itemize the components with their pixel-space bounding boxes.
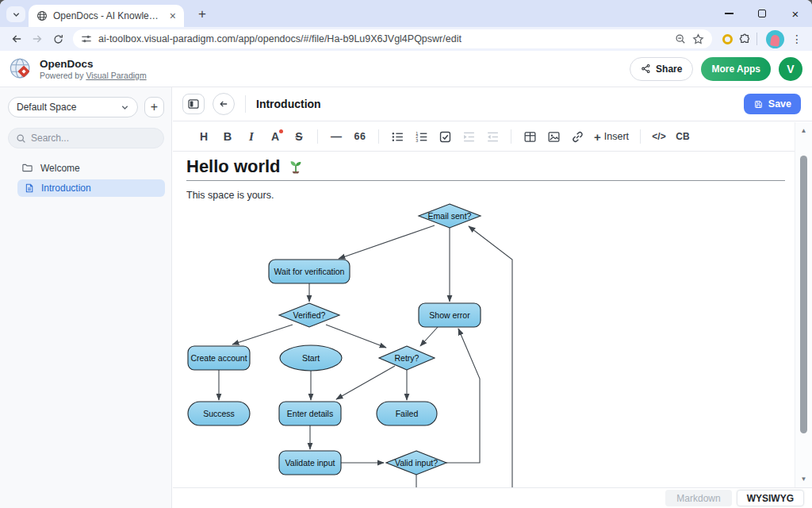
insert-label: Insert [604, 131, 629, 142]
search-input[interactable] [31, 133, 126, 144]
extension-ring-icon[interactable] [722, 34, 733, 44]
insert-button[interactable]: +Insert [592, 126, 631, 147]
font-color-button[interactable]: A [266, 126, 285, 147]
extensions-puzzle-icon[interactable] [738, 33, 752, 46]
bold-glyph: B [224, 130, 232, 143]
bullet-list-button[interactable] [388, 126, 407, 147]
verified-label: Verified? [293, 310, 326, 320]
flow-node-valid-input[interactable]: Valid input? [386, 451, 446, 475]
blockquote-button[interactable]: 66 [350, 126, 370, 147]
reload-icon [52, 33, 64, 45]
flow-edge-offscreen-to-email-sent [469, 226, 512, 487]
save-button[interactable]: Save [744, 94, 801, 114]
document-title: Introduction [256, 98, 321, 110]
table-button[interactable] [520, 126, 539, 147]
app-name: OpenDocs [40, 58, 147, 70]
tab-close-icon[interactable]: × [168, 10, 178, 21]
blockquote-glyph: 66 [354, 131, 366, 142]
code-block-button[interactable]: CB [673, 126, 692, 147]
back-button[interactable] [213, 93, 235, 115]
start-label: Start [302, 353, 320, 363]
opendocs-logo-icon [10, 57, 33, 81]
bookmark-star-icon[interactable] [692, 33, 704, 45]
tab-search-button[interactable] [6, 6, 25, 22]
browser-menu-icon[interactable]: ⋮ [791, 33, 802, 45]
more-apps-button[interactable]: More Apps [701, 57, 771, 81]
flow-node-wait-for-verification[interactable]: Wait for verification [269, 260, 350, 283]
color-dot-icon [279, 129, 283, 133]
browser-reload-button[interactable] [48, 29, 68, 49]
space-selector-dropdown[interactable]: Default Space [8, 97, 138, 117]
scrollbar-thumb[interactable] [800, 156, 807, 433]
browser-profile-avatar[interactable] [766, 30, 784, 48]
flow-node-start[interactable]: Start [280, 345, 342, 371]
vertical-scrollbar[interactable]: ▲ ▼ [795, 122, 812, 487]
zoom-out-icon[interactable] [675, 33, 686, 44]
browser-window: OpenDocs - AI Knowledge Base × + × ai-to… [0, 0, 812, 508]
space-selector-value: Default Space [17, 102, 76, 113]
search-icon [16, 133, 26, 144]
site-settings-icon [81, 33, 92, 44]
bold-button[interactable]: B [218, 126, 237, 147]
window-minimize-button[interactable] [712, 0, 745, 27]
save-icon [753, 99, 764, 110]
flowchart-diagram[interactable]: Email sent?Wait for verificationShow err… [182, 202, 793, 487]
tree-item-label: Welcome [40, 163, 80, 174]
window-maximize-button[interactable] [745, 0, 779, 27]
url-text[interactable]: ai-toolbox.visual-paradigm.com/app/opend… [98, 33, 668, 44]
url-bar[interactable]: ai-toolbox.visual-paradigm.com/app/opend… [73, 29, 712, 48]
heading-button[interactable]: H [194, 126, 213, 147]
flow-node-email-sent[interactable]: Email sent? [419, 204, 481, 228]
share-button[interactable]: Share [630, 57, 693, 81]
horizontal-rule-glyph: — [331, 130, 342, 143]
browser-forward-button[interactable] [27, 29, 48, 49]
validate-input-label: Validate input [285, 458, 335, 468]
horizontal-rule-button[interactable]: — [327, 126, 346, 147]
image-button[interactable] [544, 126, 563, 147]
indent-button[interactable] [459, 126, 478, 147]
powered-by-prefix: Powered by [40, 71, 86, 80]
tree-folder-welcome[interactable]: Welcome [0, 159, 171, 177]
add-space-button[interactable]: + [144, 97, 164, 117]
scrollbar-down-icon[interactable]: ▼ [795, 475, 812, 483]
flow-node-validate-input[interactable]: Validate input [279, 451, 341, 475]
new-tab-button[interactable]: + [193, 6, 211, 23]
success-label: Success [203, 409, 235, 418]
window-close-button[interactable]: × [779, 0, 812, 27]
document-canvas[interactable]: Hello world This space is yours. Email s… [173, 152, 795, 487]
task-list-button[interactable] [435, 126, 454, 147]
browser-back-button[interactable] [6, 29, 27, 49]
flow-node-show-error[interactable]: Show error [419, 303, 481, 327]
mode-wysiwyg-button[interactable]: WYSIWYG [737, 490, 804, 506]
indent-icon [462, 130, 476, 144]
flow-node-failed[interactable]: Failed [377, 402, 437, 425]
mode-markdown-button[interactable]: Markdown [665, 490, 731, 506]
italic-button[interactable]: I [242, 126, 261, 147]
outdent-icon [486, 130, 500, 144]
flow-node-create-account[interactable]: Create account [188, 346, 250, 370]
create-account-label: Create account [190, 353, 247, 363]
flow-edge-verified-to-retry [326, 325, 386, 348]
outdent-button[interactable] [483, 126, 502, 147]
visual-paradigm-link[interactable]: Visual Paradigm [86, 71, 146, 80]
flow-node-retry[interactable]: Retry? [379, 346, 435, 370]
link-button[interactable] [568, 126, 587, 147]
back-arrow-icon [218, 98, 229, 110]
user-avatar[interactable]: V [779, 57, 802, 81]
browser-tab[interactable]: OpenDocs - AI Knowledge Base × [29, 5, 184, 27]
window-controls: × [712, 0, 812, 27]
maximize-icon [758, 10, 766, 17]
ordered-list-button[interactable]: 123 [412, 126, 431, 147]
toggle-sidebar-button[interactable] [182, 94, 205, 114]
seedling-emoji-icon [288, 159, 304, 175]
flow-node-verified[interactable]: Verified? [279, 303, 339, 327]
flow-node-success[interactable]: Success [188, 402, 250, 425]
sidebar-search[interactable] [8, 128, 164, 148]
chevron-down-icon [121, 103, 129, 112]
tree-doc-introduction[interactable]: Introduction [17, 179, 165, 197]
flow-node-enter-details[interactable]: Enter details [279, 402, 341, 425]
scrollbar-up-icon[interactable]: ▲ [795, 127, 812, 134]
folder-icon [21, 162, 33, 174]
inline-code-button[interactable]: </> [649, 126, 668, 147]
strikethrough-button[interactable]: S [289, 126, 308, 147]
